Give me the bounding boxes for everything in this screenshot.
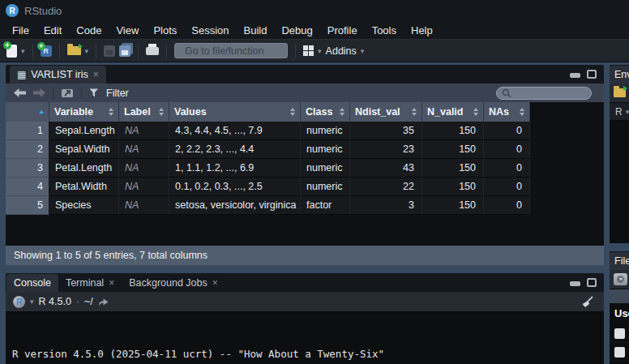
main-toolbar: + ▾ R+ ▾ ▾ Addins ▾ (0, 39, 629, 62)
environment-pane: Envi R ▾ (610, 65, 629, 243)
menu-item-profile[interactable]: Profile (320, 24, 365, 36)
clear-console-icon[interactable] (580, 296, 593, 308)
tab-label: VARLIST iris (31, 69, 88, 80)
panes-layout-icon[interactable] (303, 45, 314, 56)
menu-item-debug[interactable]: Debug (274, 24, 319, 36)
files-column-header: Users (610, 307, 629, 324)
cell-n-valid: 150 (422, 140, 484, 159)
menu-item-view[interactable]: View (109, 24, 146, 36)
goto-directory-icon[interactable] (98, 298, 109, 306)
menu-item-plots[interactable]: Plots (146, 24, 184, 36)
column-header-rownum[interactable] (6, 102, 49, 122)
cell-nas: 0 (484, 159, 530, 178)
menu-bar: File Edit Code View Plots Session Build … (0, 21, 629, 39)
menu-item-file[interactable]: File (5, 24, 36, 36)
cell-label: NA (119, 140, 169, 159)
titlebar: R RStudio (0, 0, 629, 21)
menu-item-session[interactable]: Session (184, 24, 236, 36)
table-search-input[interactable] (515, 88, 586, 98)
column-header-class[interactable]: Class (301, 102, 350, 122)
import-dataset-icon[interactable] (614, 88, 626, 97)
file-row (610, 343, 629, 362)
tab-environment[interactable]: Envi (610, 66, 629, 84)
addins-dropdown-icon[interactable]: ▾ (361, 47, 365, 55)
close-tab-icon[interactable]: × (212, 277, 218, 289)
cell-class: numeric (301, 159, 350, 178)
menu-item-code[interactable]: Code (69, 24, 109, 36)
file-row (610, 324, 629, 343)
rstudio-window: R RStudio File Edit Code View Plots Sess… (0, 0, 629, 364)
tab-background-jobs[interactable]: Background Jobs × (122, 274, 225, 292)
forward-icon[interactable] (33, 88, 45, 97)
console-pane: Console Terminal × Background Jobs × R ▾… (6, 273, 604, 364)
data-viewer-pane: ▦ VARLIST iris × Filter Va (6, 65, 604, 265)
new-folder-icon[interactable] (614, 273, 627, 285)
column-header-nas[interactable]: NAs (484, 102, 530, 122)
table-search-box[interactable] (496, 87, 592, 100)
addins-button[interactable]: Addins (326, 45, 357, 57)
r-version-icon[interactable]: R (13, 296, 25, 308)
cell-class: numeric (301, 178, 350, 196)
table-status-text: Showing 1 to 5 of 5 entries, 7 total col… (6, 246, 604, 265)
cell-variable: Petal.Length (49, 159, 119, 178)
app-title: RStudio (24, 5, 62, 17)
panes-dropdown-icon[interactable]: ▾ (318, 47, 322, 55)
cell-n-valid: 150 (422, 196, 484, 215)
new-file-dropdown-icon[interactable]: ▾ (21, 47, 25, 55)
file-checkbox[interactable] (614, 347, 625, 358)
filter-icon[interactable] (89, 88, 99, 97)
print-icon[interactable] (146, 47, 159, 55)
column-header-n-valid[interactable]: N_valid (422, 102, 484, 122)
new-project-icon[interactable]: R+ (41, 45, 52, 57)
file-checkbox[interactable] (614, 328, 625, 339)
menu-item-help[interactable]: Help (404, 24, 440, 36)
source-tabstrip: ▦ VARLIST iris × (6, 65, 604, 84)
tab-console[interactable]: Console (6, 274, 58, 292)
tab-files[interactable]: Files (610, 252, 629, 270)
new-file-icon[interactable]: + (6, 45, 17, 58)
table-row: 5 Species NA setosa, versicolor, virgini… (6, 196, 604, 215)
goto-file-function-box[interactable] (174, 43, 288, 58)
cell-ndist-val: 35 (350, 122, 422, 140)
row-number: 1 (6, 122, 49, 140)
viewer-toolbar: Filter (6, 84, 604, 102)
row-number: 5 (6, 196, 49, 215)
open-recent-dropdown-icon[interactable]: ▾ (85, 47, 89, 55)
column-header-ndist-val[interactable]: Ndist_val (350, 102, 422, 122)
minimize-pane-icon[interactable] (570, 281, 580, 286)
tab-terminal[interactable]: Terminal × (58, 274, 122, 292)
sort-icon (290, 108, 295, 116)
sort-ascending-icon (39, 110, 44, 113)
minimize-pane-icon[interactable] (570, 73, 580, 78)
column-header-label[interactable]: Label (119, 102, 169, 122)
column-header-values[interactable]: Values (169, 102, 301, 122)
row-number: 3 (6, 159, 49, 178)
filter-button[interactable]: Filter (106, 88, 129, 99)
save-icon[interactable] (104, 45, 115, 57)
close-tab-icon[interactable]: × (93, 69, 99, 80)
cell-ndist-val: 23 (350, 140, 422, 159)
menu-item-build[interactable]: Build (237, 24, 275, 36)
menu-item-tools[interactable]: Tools (365, 24, 404, 36)
tab-varlist-iris[interactable]: ▦ VARLIST iris × (10, 66, 106, 84)
separator-dot: · (76, 296, 79, 307)
rstudio-logo-icon: R (6, 4, 19, 17)
working-directory-label: ~/ (84, 296, 93, 307)
column-header-variable[interactable]: Variable (49, 102, 119, 122)
menu-item-edit[interactable]: Edit (36, 24, 69, 36)
cell-nas: 0 (484, 178, 530, 196)
close-tab-icon[interactable]: × (109, 277, 114, 289)
data-table-icon: ▦ (17, 70, 26, 79)
files-path-bar (610, 289, 629, 303)
console-tabstrip: Console Terminal × Background Jobs × (6, 273, 604, 292)
save-all-icon[interactable] (119, 45, 131, 57)
open-file-icon[interactable] (67, 46, 81, 55)
maximize-pane-icon[interactable] (587, 70, 597, 79)
r-version-dropdown-icon[interactable]: ▾ (30, 298, 34, 306)
cell-nas: 0 (484, 122, 530, 140)
back-icon[interactable] (14, 88, 26, 97)
environment-engine-selector[interactable]: R ▾ (610, 103, 629, 121)
open-in-new-window-icon[interactable] (61, 88, 74, 98)
sort-icon (159, 108, 164, 116)
maximize-pane-icon[interactable] (587, 278, 597, 287)
